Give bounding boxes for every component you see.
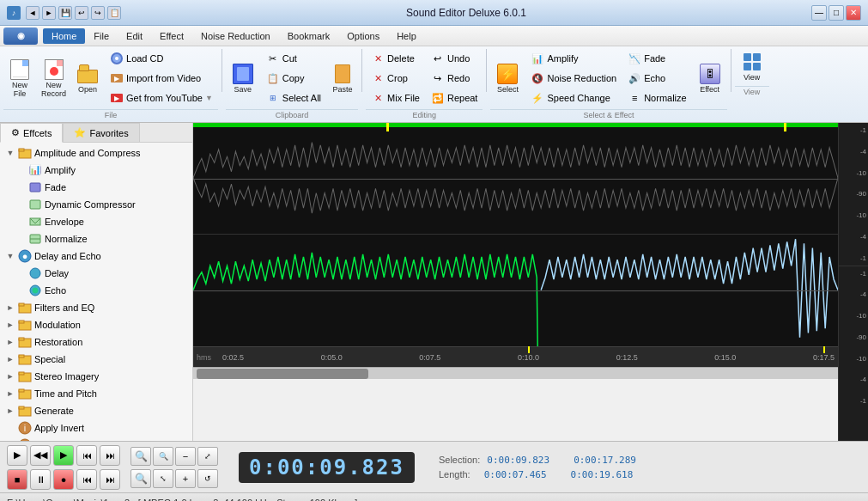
play-button[interactable]: ▶	[7, 445, 27, 466]
expand-restoration-icon[interactable]: ►	[5, 338, 15, 346]
zoom-out-v-button[interactable]: −	[175, 447, 196, 466]
speed-change-button[interactable]: ⚡ Speed Change	[525, 89, 622, 107]
crop-button[interactable]: ✕ Crop	[366, 69, 425, 88]
db-bot-n10b: -10	[841, 355, 866, 363]
close-button[interactable]: ✕	[846, 5, 861, 21]
filters-eq-folder-label: Filters and EQ	[34, 302, 94, 313]
mix-file-button[interactable]: ✕ Mix File	[366, 89, 425, 107]
back-btn[interactable]: ◄	[26, 6, 39, 20]
import-video-button[interactable]: ▶ Import from Video	[105, 69, 218, 88]
forward-btn[interactable]: ►	[42, 6, 56, 20]
expand-delay-echo-icon[interactable]: ▼	[5, 252, 15, 260]
next-button[interactable]: ⏭	[100, 445, 120, 466]
expand-filters-eq-icon[interactable]: ►	[5, 303, 15, 312]
loop-prev-button[interactable]: ⏮	[76, 469, 97, 490]
echo-button[interactable]: 🔊 Echo	[622, 69, 692, 88]
new-record-button[interactable]: NewRecord	[37, 57, 70, 101]
select-button[interactable]: ⚡ Select	[490, 61, 525, 96]
tree-amplitude-folder[interactable]: ▼ Amplitude and Compress	[2, 144, 191, 162]
menu-edit[interactable]: Edit	[118, 28, 151, 44]
menu-bookmark[interactable]: Bookmark	[279, 28, 339, 44]
amplify-spacer	[15, 166, 26, 174]
redo-button[interactable]: ↪ Redo	[426, 69, 483, 88]
h-scrollbar-thumb[interactable]	[197, 369, 368, 379]
play-green-button[interactable]: ▶	[53, 445, 74, 466]
undo-button[interactable]: ↩ Undo	[426, 49, 483, 68]
tree-apply-reverse[interactable]: r Apply Reverse	[2, 437, 191, 441]
effect-button[interactable]: 🎛 Effect	[693, 61, 727, 96]
tree-special-folder[interactable]: ► Special	[2, 351, 191, 368]
expand-modulation-icon[interactable]: ►	[5, 321, 15, 329]
favorites-tab[interactable]: ⭐ Favorites	[63, 123, 139, 142]
open-button[interactable]: Open	[71, 61, 104, 96]
tree-stereo-imagery-folder[interactable]: ► Stereo Imagery	[2, 368, 191, 385]
cut-button[interactable]: ✂ Cut	[261, 49, 326, 68]
loop-next-button[interactable]: ⏭	[100, 469, 120, 490]
tree-apply-invert[interactable]: i Apply Invert	[2, 419, 191, 437]
waveform-top[interactable]	[193, 123, 838, 235]
repeat-button[interactable]: 🔁 Repeat	[426, 89, 483, 107]
normalize-button[interactable]: ≡ Normalize	[622, 89, 692, 107]
extra-quick-btn[interactable]: 📋	[107, 6, 121, 20]
tree-normalize[interactable]: Normalize	[2, 230, 191, 247]
minimize-button[interactable]: —	[811, 5, 827, 21]
rewind-button[interactable]: ◀◀	[30, 445, 51, 466]
h-scrollbar[interactable]	[193, 367, 838, 379]
redo-quick-btn[interactable]: ↪	[91, 6, 105, 20]
home-logo-btn[interactable]: ◉	[3, 27, 38, 45]
save-button[interactable]: Save	[226, 61, 260, 96]
menu-noise-reduction[interactable]: Noise Reduction	[192, 28, 279, 44]
db-top-n1b: -1	[841, 254, 866, 262]
tree-delay-echo-folder[interactable]: ▼ ● Delay and Echo	[2, 247, 191, 265]
load-cd-button[interactable]: Load CD	[105, 49, 218, 68]
copy-button[interactable]: 📋 Copy	[261, 69, 326, 88]
tree-time-pitch-folder[interactable]: ► Time and Pitch	[2, 385, 191, 402]
zoom-in-v-button[interactable]: +	[175, 469, 196, 488]
menu-options[interactable]: Options	[338, 28, 388, 44]
tree-filters-eq-folder[interactable]: ► Filters and EQ	[2, 299, 191, 316]
expand-special-icon[interactable]: ►	[5, 355, 15, 364]
zoom-sel-button[interactable]: 🔍	[153, 447, 173, 466]
get-youtube-button[interactable]: ▶ Get from YouTube ▼	[105, 89, 218, 107]
zoom-fit2-button[interactable]: ⤡	[153, 469, 173, 488]
menu-help[interactable]: Help	[388, 28, 425, 44]
undo-quick-btn[interactable]: ↩	[75, 6, 88, 20]
view-button[interactable]: View	[735, 49, 769, 84]
tree-modulation-folder[interactable]: ► Modulation	[2, 316, 191, 333]
tree-fade[interactable]: Fade	[2, 179, 191, 196]
paste-button[interactable]: Paste	[327, 61, 358, 96]
zoom-out-button[interactable]: 🔍	[131, 469, 151, 488]
tree-delay[interactable]: Delay	[2, 265, 191, 282]
tree-generate-folder[interactable]: ► Generate	[2, 402, 191, 419]
tree-envelope[interactable]: Envelope	[2, 213, 191, 230]
tree-amplify[interactable]: 📊 Amplify	[2, 162, 191, 179]
menu-file[interactable]: File	[85, 28, 118, 44]
fade-button[interactable]: 📉 Fade	[622, 49, 692, 68]
noise-reduction-button[interactable]: 🔇 Noise Reduction	[525, 69, 622, 88]
waveform-bottom[interactable]	[193, 235, 838, 346]
expand-generate-icon[interactable]: ►	[5, 406, 15, 415]
zoom-reset-button[interactable]: ↺	[197, 469, 218, 488]
tree-echo[interactable]: Echo	[2, 282, 191, 299]
menu-effect[interactable]: Effect	[151, 28, 192, 44]
expand-time-pitch-icon[interactable]: ►	[5, 389, 15, 398]
select-all-button[interactable]: ⊞ Select All	[261, 89, 326, 107]
delete-button[interactable]: ✕ Delete	[366, 49, 425, 68]
new-file-button[interactable]: NewFile	[3, 57, 36, 101]
zoom-fit-button[interactable]: ⤢	[197, 447, 218, 466]
restore-button[interactable]: □	[829, 5, 844, 21]
pause-button[interactable]: ⏸	[30, 469, 51, 490]
effects-tab[interactable]: ⚙ Effcets	[0, 123, 63, 143]
record-button[interactable]: ●	[53, 469, 74, 490]
amplify-button[interactable]: 📊 Amplify	[525, 49, 622, 68]
selection-info-column: Selection: 0:00:09.823 0:00:17.289 Lengt…	[439, 455, 636, 480]
stop-button[interactable]: ■	[7, 469, 27, 490]
tree-dynamic-compressor[interactable]: Dynamic Compressor	[2, 196, 191, 213]
expand-amplitude-icon[interactable]: ▼	[5, 149, 15, 157]
expand-stereo-imagery-icon[interactable]: ►	[5, 372, 15, 381]
menu-home[interactable]: Home	[43, 28, 85, 44]
prev-button[interactable]: ⏮	[76, 445, 97, 466]
tree-restoration-folder[interactable]: ► Restoration	[2, 333, 191, 351]
save-quick-btn[interactable]: 💾	[58, 6, 72, 20]
zoom-in-button[interactable]: 🔍	[131, 447, 151, 466]
